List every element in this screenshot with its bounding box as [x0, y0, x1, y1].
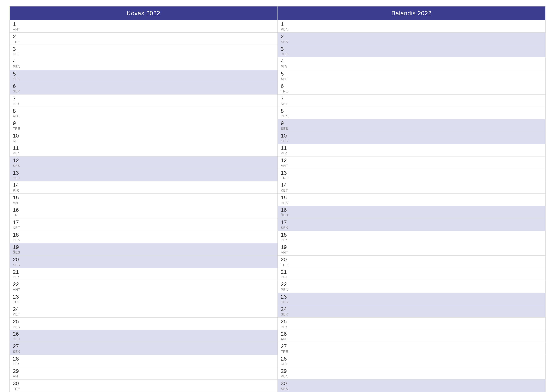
day-name: ŠES	[281, 127, 293, 131]
day-name: ANT	[13, 27, 25, 31]
day-name: PIR	[281, 238, 293, 242]
day-name: KET	[281, 275, 293, 279]
day-number: 24	[281, 306, 293, 312]
day-row-kovas-18: 18PEN	[10, 231, 278, 243]
day-row-balandis-8: 8PEN	[278, 107, 546, 119]
day-name: SEK	[13, 89, 25, 93]
day-info: 7KET	[281, 95, 293, 106]
day-info: 6TRE	[281, 83, 293, 93]
day-number: 30	[281, 380, 293, 386]
day-number: 9	[281, 120, 293, 126]
day-info: 4PIR	[281, 58, 293, 69]
day-info: 5ŠES	[13, 71, 25, 81]
day-number: 18	[13, 232, 25, 238]
day-name: PIR	[281, 151, 293, 155]
day-number: 13	[13, 170, 25, 176]
day-row-kovas-9: 9TRE	[10, 119, 278, 132]
day-row-balandis-29: 29PEN	[278, 367, 546, 379]
day-row-kovas-10: 10KET	[10, 132, 278, 144]
day-row-kovas-30: 30TRE	[10, 379, 278, 392]
day-info: 18PEN	[13, 232, 25, 242]
day-info: 5ANT	[281, 71, 293, 81]
day-row-kovas-20: 20SEK	[10, 256, 278, 268]
day-name: KET	[13, 139, 25, 143]
day-number: 9	[13, 120, 25, 126]
day-name: PEN	[281, 374, 293, 378]
day-info: 1PEN	[281, 21, 293, 31]
day-row-kovas-11: 11PEN	[10, 144, 278, 157]
day-row-balandis-17: 17SEK	[278, 218, 546, 231]
day-row-balandis-5: 5ANT	[278, 70, 546, 82]
day-row-kovas-4: 4PEN	[10, 57, 278, 70]
day-info: 4PEN	[13, 58, 25, 69]
day-row-kovas-2: 2TRE	[10, 33, 278, 45]
day-row-balandis-11: 11PIR	[278, 144, 546, 157]
day-info: 15PEN	[281, 195, 293, 205]
day-number: 17	[281, 219, 293, 225]
day-row-kovas-29: 29ANT	[10, 367, 278, 379]
day-row-kovas-22: 22ANT	[10, 280, 278, 293]
day-info: 17SEK	[281, 219, 293, 230]
day-row-kovas-19: 19ŠES	[10, 243, 278, 256]
day-row-balandis-4: 4PIR	[278, 57, 546, 70]
day-info: 23TRE	[13, 294, 25, 304]
day-name: SEK	[13, 176, 25, 180]
day-row-kovas-13: 13SEK	[10, 169, 278, 181]
day-row-balandis-22: 22PEN	[278, 280, 546, 293]
day-number: 1	[13, 21, 25, 27]
day-info: 28PIR	[13, 356, 25, 366]
day-name: ŠES	[281, 213, 293, 217]
day-info: 23ŠES	[281, 294, 293, 304]
day-info: 10SEK	[281, 133, 293, 143]
day-info: 11PIR	[281, 145, 293, 155]
day-info: 21KET	[281, 269, 293, 279]
day-row-kovas-27: 27SEK	[10, 342, 278, 355]
day-info: 14PIR	[13, 182, 25, 192]
day-name: SEK	[281, 226, 293, 230]
day-number: 30	[13, 380, 25, 386]
day-number: 27	[281, 343, 293, 349]
day-number: 6	[13, 83, 25, 89]
day-name: PEN	[281, 201, 293, 205]
day-name: TRE	[281, 89, 293, 93]
day-row-kovas-24: 24KET	[10, 305, 278, 318]
day-row-kovas-16: 16TRE	[10, 206, 278, 218]
day-number: 18	[281, 232, 293, 238]
day-row-kovas-12: 12ŠES	[10, 157, 278, 169]
day-row-balandis-1: 1PEN	[278, 20, 546, 33]
day-name: ŠES	[281, 300, 293, 304]
day-number: 7	[281, 95, 293, 101]
day-info: 27TRE	[281, 343, 293, 354]
day-info: 28KET	[281, 356, 293, 366]
day-number: 14	[13, 182, 25, 188]
day-number: 22	[13, 281, 25, 287]
month-block-kovas: Kovas 20221ANT2TRE3KET4PEN5ŠES6SEK7PIR8A…	[9, 6, 278, 392]
day-name: SEK	[281, 52, 293, 56]
day-number: 2	[13, 34, 25, 39]
day-row-kovas-21: 21PIR	[10, 268, 278, 280]
day-info: 26ANT	[281, 331, 293, 341]
day-name: ANT	[13, 374, 25, 378]
day-info: 17KET	[13, 219, 25, 230]
day-number: 16	[281, 207, 293, 213]
day-name: SEK	[13, 263, 25, 267]
day-info: 1ANT	[13, 21, 25, 31]
day-name: PIR	[281, 325, 293, 329]
day-name: ŠES	[13, 250, 25, 255]
day-info: 9ŠES	[281, 120, 293, 131]
day-number: 3	[281, 46, 293, 52]
month-header-kovas: Kovas 2022	[10, 7, 278, 20]
day-number: 10	[281, 133, 293, 139]
day-info: 3KET	[13, 46, 25, 56]
day-number: 27	[13, 343, 25, 349]
day-name: TRE	[281, 350, 293, 354]
day-number: 24	[13, 306, 25, 312]
day-number: 3	[13, 46, 25, 52]
day-info: 12ŠES	[13, 157, 25, 168]
day-info: 9TRE	[13, 120, 25, 131]
day-info: 2TRE	[13, 34, 25, 44]
day-name: ANT	[281, 164, 293, 168]
day-row-kovas-23: 23TRE	[10, 293, 278, 305]
day-row-balandis-28: 28KET	[278, 355, 546, 367]
day-number: 12	[13, 157, 25, 163]
